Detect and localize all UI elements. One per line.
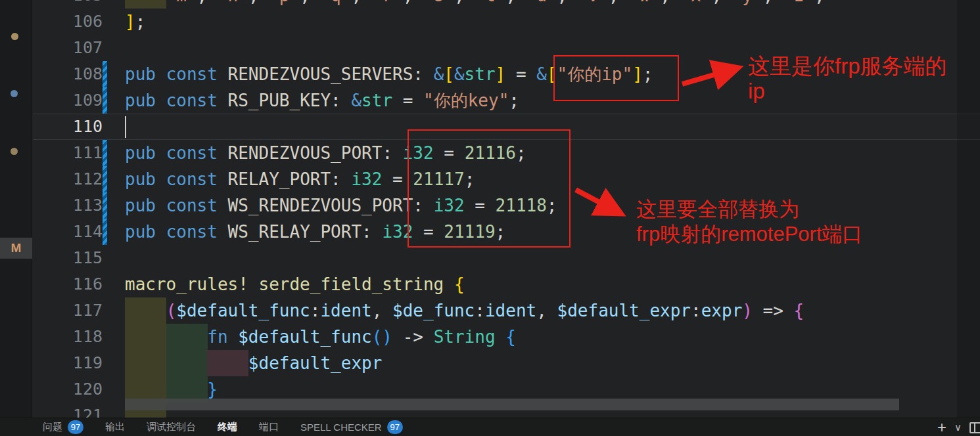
git-modified-badge[interactable]: M [0,238,32,259]
code-text: macro_rules! serde_field_string { [125,271,465,297]
line-number: 118 [67,324,103,350]
panel-actions: + ∨ [937,418,977,436]
bottom-panel-bar: 问题97输出调试控制台终端端口SPELL CHECKER97 + ∨ [0,418,980,436]
line-number: 105 [67,0,103,9]
modified-gutter-marker[interactable] [103,192,107,219]
code-text: pub const RS_PUB_KEY: &str = "你的key"; [125,87,519,114]
code-text: 'm', 'n', 'p', 'q', 'r', 's', 't', 'u', … [125,0,825,9]
line-number: 108 [67,61,103,87]
modified-gutter-marker[interactable] [103,140,107,166]
horizontal-scrollbar-thumb[interactable] [125,399,899,410]
code-text: ($default_func:ident, $de_func:ident, $d… [125,297,804,324]
line-number: 119 [67,350,103,376]
modified-gutter-marker[interactable] [103,87,107,114]
line-number: 117 [67,297,103,324]
line-number: 111 [67,140,103,166]
annotation-text-ports: 这里要全部替换为frp映射的remotePort端口 [636,197,863,247]
code-line-106[interactable]: 106]; [33,9,980,35]
line-number: 121 [67,403,103,418]
panel-tab-label: 调试控制台 [147,421,196,433]
line-number: 106 [67,9,103,35]
chevron-down-icon[interactable]: ∨ [954,422,962,433]
code-text: fn $default_func() -> String { [125,324,516,350]
line-number: 114 [67,219,103,245]
code-line-118[interactable]: 118 fn $default_func() -> String { [33,324,980,350]
panel-tab-label: SPELL CHECKER [300,422,382,433]
line-number: 115 [67,245,103,271]
line-number: 120 [67,376,103,403]
code-line-115[interactable]: 115 [33,245,980,271]
vertical-scrollbar-track[interactable] [957,0,980,418]
annotation-text-ip: 这里是你frp服务端的ip [748,54,947,104]
panel-tab-终端[interactable]: 终端 [218,421,237,433]
modified-dot-icon [11,90,18,97]
modified-gutter-marker[interactable] [103,166,107,192]
panel-tab-端口[interactable]: 端口 [259,421,279,433]
panel-tab-bar: 问题97输出调试控制台终端端口SPELL CHECKER97 [0,420,403,434]
modified-dot-icon [11,148,18,155]
code-line-116[interactable]: 116macro_rules! serde_field_string { [33,271,980,297]
code-line-117[interactable]: 117 ($default_func:ident, $de_func:ident… [33,297,980,324]
modified-dot-icon [11,33,18,40]
code-text: ]; [125,9,145,35]
line-number: 116 [67,271,103,297]
vscode-window: 105 'm', 'n', 'p', 'q', 'r', 's', 't', '… [0,0,980,436]
line-number: 109 [67,87,103,114]
modified-gutter-marker[interactable] [103,61,107,87]
panel-tab-label: 终端 [218,421,237,433]
code-line-105[interactable]: 105 'm', 'n', 'p', 'q', 'r', 's', 't', '… [33,0,980,9]
panel-layout-icon[interactable] [969,422,980,433]
line-number: 113 [67,192,103,219]
activity-strip: M [0,0,32,418]
annotation-box-ports [408,129,571,248]
panel-tab-badge: 97 [68,420,83,434]
line-number: 112 [67,166,103,192]
new-terminal-plus-icon[interactable]: + [937,420,946,435]
panel-tab-label: 问题 [43,421,62,433]
panel-tab-SPELL CHECKER[interactable]: SPELL CHECKER97 [300,420,403,434]
panel-tab-问题[interactable]: 问题97 [43,420,83,434]
panel-tab-输出[interactable]: 输出 [105,421,125,433]
panel-tab-label: 输出 [105,421,125,433]
text-cursor [125,116,126,138]
modified-gutter-marker[interactable] [103,219,107,245]
annotation-box-servers [553,55,679,101]
line-number: 107 [67,35,103,61]
panel-tab-调试控制台[interactable]: 调试控制台 [147,421,196,433]
panel-tab-label: 端口 [259,421,279,433]
code-line-119[interactable]: 119 $default_expr [33,350,980,376]
panel-tab-badge: 97 [387,420,403,434]
code-text: $default_expr [125,350,382,376]
